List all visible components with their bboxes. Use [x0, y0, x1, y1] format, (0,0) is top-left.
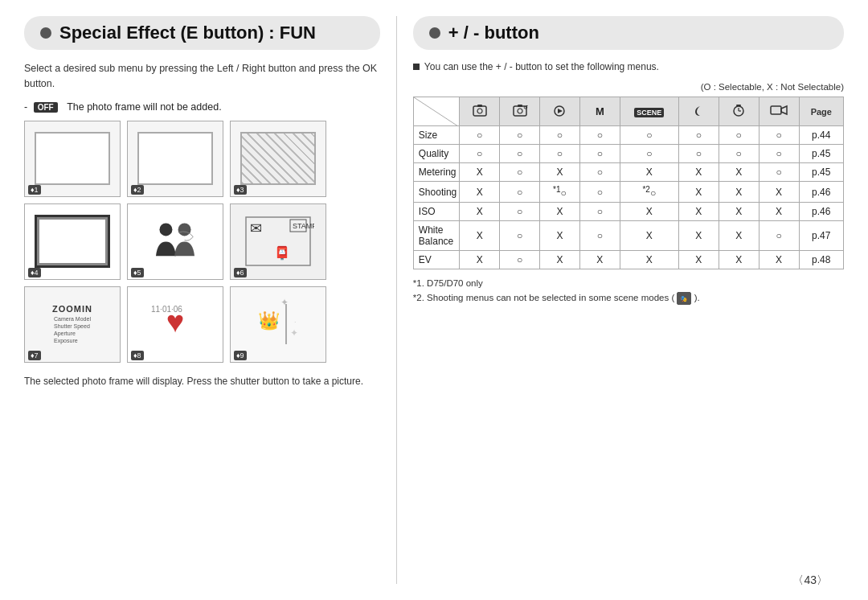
crown-svg: 👑 ✦ ✦ · — [242, 296, 314, 352]
frame-label-2: ♦2 — [131, 185, 144, 195]
cell-iso-page: p.46 — [799, 203, 843, 221]
frame-label-4: ♦4 — [28, 268, 41, 277]
footer-text: The selected photo frame will display. P… — [24, 374, 380, 388]
frame-label-7: ♦7 — [28, 351, 41, 360]
frame-9: 👑 ✦ ✦ · ♦9 — [230, 286, 326, 363]
table-header-auto — [460, 97, 500, 126]
frame-label-5: ♦5 — [131, 268, 144, 277]
bullet-intro: You can use the + / - button to set the … — [413, 61, 844, 77]
table-header-scene: SCENE — [620, 97, 678, 126]
heart-svg: ♥ 11·01·06 — [139, 296, 211, 352]
page-number: 〈43〉 — [792, 573, 828, 588]
frame-4: ♦4 — [24, 203, 121, 280]
table-row-shooting: Shooting X○*1○○*2○XXX p.46 — [413, 182, 843, 203]
frame-grid: ♦1 ♦2 ♦3 ♦4 — [24, 121, 380, 363]
couple-svg — [143, 216, 207, 268]
cell-iso-label: ISO — [413, 203, 459, 221]
frame-label-9: ♦9 — [234, 351, 247, 360]
right-header: + / - button — [413, 16, 844, 50]
right-section: + / - button You can use the + / - butto… — [396, 16, 844, 584]
table-header-movie — [539, 97, 579, 126]
cell-size-page: p.44 — [799, 126, 843, 145]
right-header-bullet — [429, 27, 440, 39]
frame-8: ♥ 11·01·06 ♦8 — [127, 286, 223, 363]
svg-line-14 — [414, 97, 458, 126]
frame-2: ♦2 — [127, 121, 223, 197]
frame-6: ✉ 📮 STAMP ♦6 — [230, 203, 326, 280]
table-row-wb: WhiteBalance X○X○XXX○ p.47 — [413, 221, 843, 251]
svg-text:STAMP: STAMP — [293, 222, 314, 230]
svg-point-0 — [159, 223, 172, 236]
table-header-page: Page — [799, 97, 843, 126]
party-svg: ✉ 📮 STAMP — [242, 213, 314, 269]
svg-point-16 — [477, 109, 482, 113]
settings-table: ↺ M SCENE — [413, 97, 844, 269]
svg-rect-15 — [473, 106, 486, 116]
svg-text:11·01·06: 11·01·06 — [151, 305, 182, 314]
table-header-timer — [719, 97, 759, 126]
svg-rect-26 — [736, 105, 741, 106]
selectable-info: (O : Selectable, X : Not Selectable) — [413, 82, 844, 92]
cell-ev-label: EV — [413, 251, 459, 269]
svg-rect-20 — [518, 105, 522, 107]
table-header-row: ↺ M SCENE — [413, 97, 843, 126]
frame-label-6: ♦6 — [234, 268, 247, 277]
svg-text:↺: ↺ — [523, 105, 528, 110]
table-header-diag — [413, 97, 459, 126]
off-note-text: The photo frame will not be added. — [67, 101, 221, 113]
svg-text:👑: 👑 — [258, 310, 280, 331]
off-label: OFF — [34, 102, 58, 113]
svg-point-1 — [178, 223, 191, 236]
svg-text:✉: ✉ — [250, 220, 262, 236]
table-header-scene2: ↺ — [500, 97, 540, 126]
table-header-video — [759, 97, 799, 126]
svg-text:✦: ✦ — [290, 327, 298, 339]
footnotes: *1. D75/D70 only *2. Shooting menus can … — [413, 276, 844, 306]
table-row-metering: Metering X○X○XXX○ p.45 — [413, 163, 843, 182]
footnote-1: *1. D75/D70 only — [413, 276, 844, 290]
frame-label-1: ♦1 — [28, 185, 41, 195]
frame-5: ♦5 — [127, 203, 223, 280]
footnote-2: *2. Shooting menus can not be selected i… — [413, 290, 844, 305]
svg-text:✦: ✦ — [280, 297, 289, 308]
cell-ev-page: p.48 — [799, 251, 843, 269]
table-row-ev: EV X○XXXXXX p.48 — [413, 251, 843, 269]
svg-text:🎭: 🎭 — [681, 296, 689, 303]
svg-rect-27 — [771, 106, 781, 114]
left-section: Special Effect (E button) : FUN Select a… — [24, 16, 396, 584]
cell-wb-page: p.47 — [799, 221, 843, 251]
svg-marker-28 — [781, 106, 787, 114]
left-title: Special Effect (E button) : FUN — [59, 23, 316, 43]
table-row-iso: ISO X○X○XXXX p.46 — [413, 203, 843, 221]
cell-metering-label: Metering — [413, 163, 459, 182]
svg-text:·: · — [294, 318, 297, 326]
cell-wb-label: WhiteBalance — [413, 221, 459, 251]
frame-7: ZOOMIN Camera ModelShutter SpeedAperture… — [24, 286, 121, 363]
header-bullet — [40, 27, 51, 39]
table-header-m: M — [579, 97, 620, 126]
left-header: Special Effect (E button) : FUN — [24, 16, 380, 50]
off-note: - OFF The photo frame will not be added. — [24, 101, 380, 113]
intro-text: Select a desired sub menu by pressing th… — [24, 61, 380, 92]
frame-label-8: ♦8 — [131, 351, 144, 360]
intro-note: You can use the + / - button to set the … — [424, 61, 659, 72]
frame-label-3: ♦3 — [234, 185, 247, 195]
cell-shooting-label: Shooting — [413, 182, 459, 203]
table-header-night — [678, 97, 719, 126]
frame-3: ♦3 — [230, 121, 326, 197]
cell-metering-page: p.45 — [799, 163, 843, 182]
frame-1: ♦1 — [24, 121, 121, 197]
cell-shooting-page: p.46 — [799, 182, 843, 203]
cell-quality-label: Quality — [413, 145, 459, 163]
svg-text:📮: 📮 — [274, 245, 290, 261]
cell-quality-page: p.45 — [799, 145, 843, 163]
svg-rect-17 — [477, 105, 482, 107]
cell-size-label: Size — [413, 126, 459, 145]
table-row-size: Size ○○○○○○○○ p.44 — [413, 126, 843, 145]
right-title: + / - button — [448, 23, 539, 43]
table-row-quality: Quality ○○○○○○○○ p.45 — [413, 145, 843, 163]
svg-point-19 — [518, 109, 522, 113]
